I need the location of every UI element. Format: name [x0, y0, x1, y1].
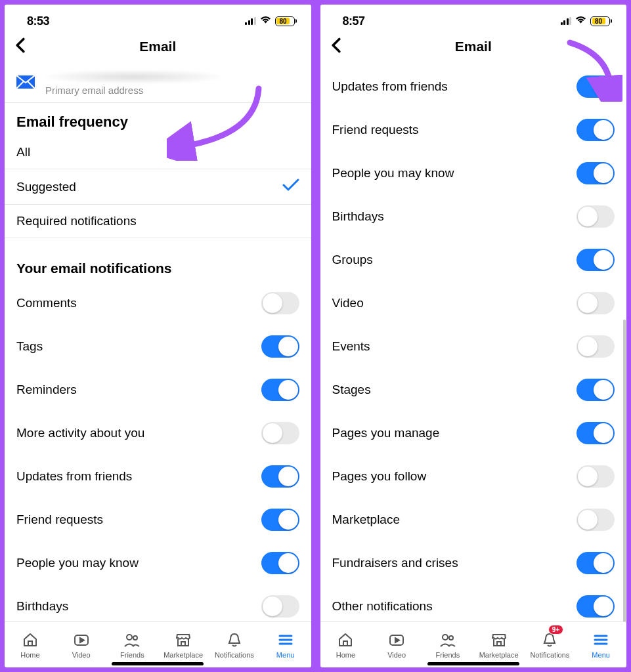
toggle-row: Updates from friends	[320, 65, 627, 108]
toggle-row: Other notifications	[320, 585, 627, 621]
toggle-label: People you may know	[16, 556, 139, 570]
toggle-label: Updates from friends	[16, 469, 132, 484]
nav-marketplace[interactable]: Marketplace	[158, 622, 209, 667]
nav-label: Video	[72, 651, 91, 659]
toggle-label: Updates from friends	[332, 79, 448, 94]
frequency-option[interactable]: Required notifications	[5, 205, 311, 238]
toggle-switch[interactable]	[261, 465, 299, 488]
battery-icon: 80	[590, 16, 612, 26]
toggle-switch[interactable]	[261, 379, 299, 401]
toggle-switch[interactable]	[577, 595, 615, 618]
marketplace-icon	[490, 631, 508, 650]
toggle-row: More activity about you	[5, 411, 311, 455]
toggle-switch[interactable]	[577, 249, 615, 271]
toggle-switch[interactable]	[261, 335, 299, 358]
mail-icon	[16, 75, 35, 91]
toggle-row: Pages you manage	[320, 411, 627, 455]
status-bar: 8:53 80	[5, 5, 311, 33]
primary-email-row[interactable]: Primary email address	[5, 65, 311, 103]
frequency-label: All	[16, 145, 30, 159]
bottom-nav: HomeVideoFriendsMarketplaceNotifications…	[5, 621, 311, 667]
notification-badge: 9+	[548, 625, 563, 635]
battery-icon: 80	[275, 16, 297, 26]
toggle-row: Groups	[320, 238, 627, 282]
nav-header: Email	[320, 33, 627, 65]
back-button[interactable]	[331, 37, 341, 56]
toggle-switch[interactable]	[577, 119, 615, 141]
section-email-frequency: Email frequency	[5, 103, 311, 136]
toggle-switch[interactable]	[577, 379, 615, 401]
toggle-switch[interactable]	[261, 552, 299, 574]
toggle-switch[interactable]	[577, 335, 615, 358]
svg-point-9	[449, 636, 453, 640]
email-address-blurred	[45, 70, 223, 83]
toggle-label: Tags	[16, 339, 43, 354]
toggle-label: Friend requests	[16, 513, 103, 527]
nav-label: Home	[336, 651, 355, 659]
menu-icon	[277, 631, 294, 650]
bottom-nav: HomeVideoFriendsMarketplaceNotifications…	[320, 621, 627, 667]
toggle-switch[interactable]	[577, 205, 615, 228]
nav-friends[interactable]: Friends	[422, 622, 473, 667]
nav-bell[interactable]: Notifications9+	[525, 622, 576, 667]
bell-icon	[226, 631, 243, 650]
toggle-row: Pages you follow	[320, 455, 627, 498]
toggle-switch[interactable]	[577, 75, 615, 98]
nav-home[interactable]: Home	[320, 622, 372, 667]
home-icon	[337, 631, 354, 650]
toggle-row: Birthdays	[5, 585, 311, 621]
check-icon	[282, 178, 299, 195]
toggle-label: Events	[332, 339, 370, 354]
nav-home[interactable]: Home	[5, 622, 56, 667]
friends-icon	[123, 631, 141, 650]
frequency-label: Required notifications	[16, 214, 137, 228]
cellular-icon	[561, 17, 572, 25]
video-icon	[388, 631, 405, 650]
toggle-label: Video	[332, 296, 364, 310]
toggle-switch[interactable]	[577, 162, 615, 184]
status-indicators: 80	[561, 15, 613, 27]
back-button[interactable]	[15, 37, 26, 56]
toggle-row: People you may know	[5, 541, 311, 585]
nav-label: Video	[387, 651, 406, 659]
nav-bell[interactable]: Notifications	[209, 622, 260, 667]
nav-label: Menu	[592, 651, 610, 659]
toggle-row: Fundraisers and crises	[320, 541, 627, 585]
svg-point-3	[133, 636, 137, 640]
toggle-switch[interactable]	[577, 552, 615, 574]
home-indicator[interactable]	[112, 662, 204, 665]
frequency-option[interactable]: All	[5, 136, 311, 169]
toggle-switch[interactable]	[577, 465, 615, 488]
toggle-row: Tags	[5, 325, 311, 368]
toggle-switch[interactable]	[261, 595, 299, 618]
toggle-switch[interactable]	[261, 509, 299, 531]
nav-video[interactable]: Video	[56, 622, 107, 667]
nav-menu[interactable]: Menu	[575, 622, 626, 667]
nav-header: Email	[5, 33, 311, 65]
scroll-indicator[interactable]	[623, 320, 626, 621]
nav-label: Menu	[276, 651, 295, 659]
toggle-switch[interactable]	[577, 509, 615, 531]
nav-menu[interactable]: Menu	[260, 622, 311, 667]
nav-label: Notifications	[530, 651, 569, 659]
wifi-icon	[260, 15, 271, 27]
wifi-icon	[575, 15, 586, 27]
nav-marketplace[interactable]: Marketplace	[473, 622, 525, 667]
phone-right: 8:57 80 Email Updates from friendsFriend…	[318, 3, 629, 669]
toggle-row: Reminders	[5, 368, 311, 411]
toggle-switch[interactable]	[261, 292, 299, 314]
frequency-option[interactable]: Suggested	[5, 169, 311, 205]
toggle-switch[interactable]	[577, 422, 615, 444]
home-indicator[interactable]	[427, 662, 519, 665]
friends-icon	[439, 631, 456, 650]
toggle-label: Groups	[332, 253, 373, 267]
status-time: 8:53	[27, 14, 49, 28]
toggle-row: Friend requests	[320, 108, 627, 152]
toggle-switch[interactable]	[577, 292, 615, 314]
nav-friends[interactable]: Friends	[107, 622, 158, 667]
home-icon	[22, 631, 39, 650]
toggle-switch[interactable]	[261, 422, 299, 444]
page-title: Email	[5, 39, 311, 54]
status-indicators: 80	[245, 15, 297, 27]
nav-video[interactable]: Video	[371, 622, 422, 667]
